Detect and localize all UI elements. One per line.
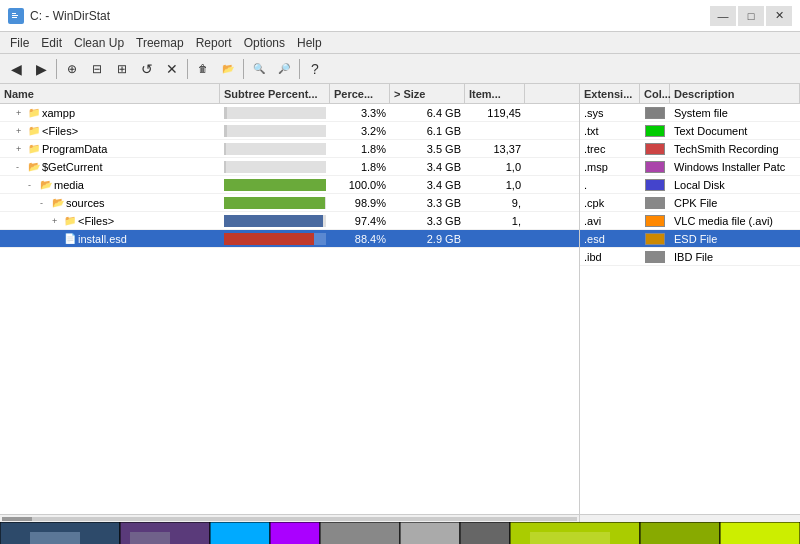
folder-icon: 📁 [64, 215, 76, 226]
toolbar-zoom-in[interactable]: 🔍 [247, 57, 271, 81]
row-size: 6.1 GB [390, 125, 465, 137]
menu-cleanup[interactable]: Clean Up [68, 34, 130, 52]
col-color[interactable]: Col... [640, 84, 670, 103]
expand-icon[interactable]: + [16, 144, 26, 154]
bar-container [224, 107, 326, 119]
col-extension[interactable]: Extensi... [580, 84, 640, 103]
col-description[interactable]: Description [670, 84, 800, 103]
table-row[interactable]: + 📁 <Files> 97.4% 3.3 GB 1, [0, 212, 579, 230]
list-item[interactable]: .txt Text Document [580, 122, 800, 140]
svg-rect-2 [12, 15, 18, 16]
ext-cell-ext: .txt [580, 125, 640, 137]
bar-container [224, 197, 326, 209]
list-item[interactable]: .avi VLC media file (.avi) [580, 212, 800, 230]
col-perce[interactable]: Perce... [330, 84, 390, 103]
svg-rect-13 [270, 522, 320, 544]
ext-cell-ext: .sys [580, 107, 640, 119]
toolbar-help[interactable]: ? [303, 57, 327, 81]
list-item[interactable]: .cpk CPK File [580, 194, 800, 212]
svg-rect-19 [320, 522, 400, 544]
window-title: C: - WinDirStat [30, 9, 110, 23]
ext-body: .sys System file .txt Text Document .tre… [580, 104, 800, 514]
table-row[interactable]: - 📂 sources 98.9% 3.3 GB 9, [0, 194, 579, 212]
ext-cell-desc: System file [670, 107, 800, 119]
svg-rect-41 [30, 532, 80, 544]
menu-treemap[interactable]: Treemap [130, 34, 190, 52]
toolbar-forward[interactable]: ▶ [29, 57, 53, 81]
row-perce: 3.3% [330, 107, 390, 119]
svg-rect-30 [640, 522, 720, 544]
ext-header: Extensi... Col... Description [580, 84, 800, 104]
ext-cell-desc: TechSmith Recording [670, 143, 800, 155]
toolbar-empty[interactable]: 📂 [216, 57, 240, 81]
ext-cell-color [640, 233, 670, 245]
expand-icon[interactable]: - [16, 162, 26, 172]
folder-icon: 📂 [28, 161, 40, 172]
ext-cell-ext: .msp [580, 161, 640, 173]
row-perce: 98.9% [330, 197, 390, 209]
ext-cell-color [640, 179, 670, 191]
table-row[interactable]: - 📂 $GetCurrent 1.8% 3.4 GB 1,0 [0, 158, 579, 176]
menu-help[interactable]: Help [291, 34, 328, 52]
close-button[interactable]: ✕ [766, 6, 792, 26]
toolbar-zoom-out[interactable]: 🔎 [272, 57, 296, 81]
ext-cell-color [640, 251, 670, 263]
row-name-getcurrent: - 📂 $GetCurrent [0, 161, 220, 173]
bar-fill [224, 215, 323, 227]
menu-edit[interactable]: Edit [35, 34, 68, 52]
row-subtree [220, 197, 330, 209]
table-row[interactable]: + 📁 <Files> 3.2% 6.1 GB [0, 122, 579, 140]
list-item[interactable]: .sys System file [580, 104, 800, 122]
toolbar-scan[interactable]: ⊕ [60, 57, 84, 81]
toolbar-stop[interactable]: ✕ [160, 57, 184, 81]
ext-cell-desc: CPK File [670, 197, 800, 209]
row-size: 2.9 GB [390, 233, 465, 245]
menu-report[interactable]: Report [190, 34, 238, 52]
horizontal-scrollbar[interactable] [0, 514, 579, 522]
ext-cell-desc: ESD File [670, 233, 800, 245]
toolbar-scan3[interactable]: ⊞ [110, 57, 134, 81]
list-item[interactable]: .msp Windows Installer Patc [580, 158, 800, 176]
list-item-selected[interactable]: .esd ESD File [580, 230, 800, 248]
window-controls: — □ ✕ [710, 6, 792, 26]
ext-cell-color [640, 107, 670, 119]
table-row[interactable]: - 📂 media 100.0% 3.4 GB 1,0 [0, 176, 579, 194]
toolbar-back[interactable]: ◀ [4, 57, 28, 81]
toolbar-clean[interactable]: 🗑 [191, 57, 215, 81]
toolbar-sep2 [187, 59, 188, 79]
menu-file[interactable]: File [4, 34, 35, 52]
row-size: 6.4 GB [390, 107, 465, 119]
row-subtree [220, 215, 330, 227]
table-row[interactable]: + 📁 ProgramData 1.8% 3.5 GB 13,37 [0, 140, 579, 158]
expand-icon[interactable]: - [28, 180, 38, 190]
row-perce: 97.4% [330, 215, 390, 227]
toolbar-refresh[interactable]: ↺ [135, 57, 159, 81]
svg-rect-12 [210, 522, 270, 544]
maximize-button[interactable]: □ [738, 6, 764, 26]
ext-cell-desc: VLC media file (.avi) [670, 215, 800, 227]
row-label: $GetCurrent [42, 161, 103, 173]
expand-icon[interactable]: - [40, 198, 50, 208]
menu-options[interactable]: Options [238, 34, 291, 52]
col-size[interactable]: > Size [390, 84, 465, 103]
list-item[interactable]: . Local Disk [580, 176, 800, 194]
ext-cell-color [640, 125, 670, 137]
app-icon [8, 8, 24, 24]
expand-icon[interactable]: + [16, 126, 26, 136]
row-size: 3.3 GB [390, 215, 465, 227]
expand-icon[interactable]: + [52, 216, 62, 226]
toolbar-scan2[interactable]: ⊟ [85, 57, 109, 81]
col-name[interactable]: Name [0, 84, 220, 103]
col-subtree[interactable]: Subtree Percent... [220, 84, 330, 103]
menu-bar: File Edit Clean Up Treemap Report Option… [0, 32, 800, 54]
ext-scrollbar[interactable] [580, 514, 800, 522]
table-row-selected[interactable]: 📄 install.esd 88.4% 2.9 GB [0, 230, 579, 248]
list-item[interactable]: .ibd IBD File [580, 248, 800, 266]
list-item[interactable]: .trec TechSmith Recording [580, 140, 800, 158]
col-items[interactable]: Item... [465, 84, 525, 103]
table-row[interactable]: + 📁 xampp 3.3% 6.4 GB 119,45 [0, 104, 579, 122]
minimize-button[interactable]: — [710, 6, 736, 26]
expand-icon[interactable]: + [16, 108, 26, 118]
row-perce: 3.2% [330, 125, 390, 137]
bar-fill [224, 161, 226, 173]
